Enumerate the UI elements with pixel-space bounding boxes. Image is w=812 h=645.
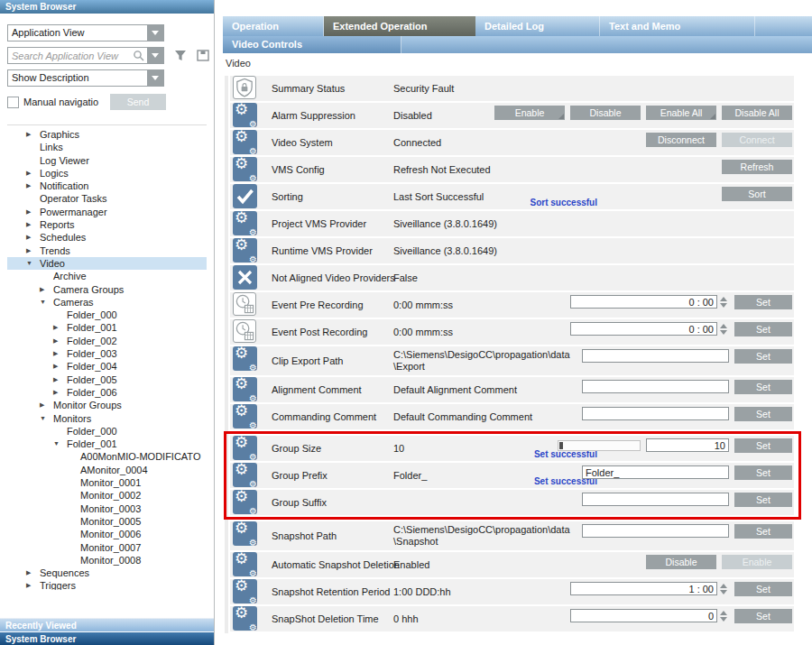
- group-suffix-input[interactable]: [582, 493, 729, 506]
- tree-item-folder-000[interactable]: Folder_000: [7, 309, 207, 321]
- event-post-recording-input[interactable]: [570, 322, 717, 336]
- tree-item-folder-004[interactable]: ▶Folder_004: [7, 360, 207, 373]
- gears-icon[interactable]: ⚙⚙: [233, 130, 257, 154]
- event-pre-recording-input[interactable]: [570, 295, 717, 309]
- slider-handle[interactable]: [559, 442, 563, 449]
- tree-item-notification[interactable]: ▶Notification: [7, 180, 207, 192]
- gears-icon[interactable]: ⚙⚙: [233, 521, 257, 546]
- tab-detailed-log[interactable]: Detailed Log: [475, 16, 600, 36]
- tree-item-a00monmio-modificato[interactable]: A00MonMIO-MODIFICATO: [7, 450, 207, 463]
- gears-icon[interactable]: ⚙⚙: [233, 490, 257, 514]
- tree-item-folder-003[interactable]: ▶Folder_003: [7, 347, 207, 360]
- expand-arrow-icon[interactable]: ▶: [26, 167, 40, 180]
- snapshot-retention-period-input[interactable]: [570, 582, 717, 595]
- tree-item-monitors[interactable]: ▼Monitors: [7, 412, 207, 425]
- tree-item-folder-000[interactable]: Folder_000: [7, 425, 207, 438]
- gears-icon[interactable]: ⚙⚙: [233, 377, 257, 401]
- expand-arrow-icon[interactable]: ▶: [26, 244, 40, 257]
- tree-item-monitor-0003[interactable]: Monitor_0003: [7, 502, 207, 515]
- disable-button[interactable]: Disable: [570, 106, 641, 120]
- expand-arrow-icon[interactable]: ▶: [53, 335, 67, 347]
- gears-icon[interactable]: ⚙⚙: [233, 579, 257, 604]
- tree-item-operator-tasks[interactable]: Operator Tasks: [7, 192, 207, 205]
- tree-item-monitor-0006[interactable]: Monitor_0006: [7, 528, 207, 540]
- gears-icon[interactable]: ⚙⚙: [233, 211, 257, 235]
- disconnect-button[interactable]: Disconnect: [646, 133, 716, 147]
- tree-item-triggers[interactable]: ▶Triggers: [7, 579, 207, 590]
- checkmark-icon[interactable]: [233, 184, 257, 208]
- tree-item-powermanager[interactable]: ▶Powermanager: [7, 206, 207, 218]
- tree-item-log-viewer[interactable]: Log Viewer: [7, 154, 207, 167]
- tree-item-folder-002[interactable]: ▶Folder_002: [7, 335, 207, 347]
- gears-icon[interactable]: ⚙⚙: [233, 103, 257, 127]
- gears-icon[interactable]: ⚙⚙: [233, 552, 257, 576]
- set-button[interactable]: Set: [734, 407, 792, 421]
- snapshot-path-input[interactable]: [582, 524, 729, 538]
- gears-icon[interactable]: ⚙⚙: [233, 463, 257, 487]
- set-button[interactable]: Set: [734, 465, 792, 480]
- expand-arrow-icon[interactable]: ▶: [40, 283, 53, 296]
- expand-arrow-icon[interactable]: ▶: [26, 218, 40, 231]
- group-size-input[interactable]: [646, 438, 729, 452]
- tab-operation[interactable]: Operation: [223, 16, 324, 36]
- set-button[interactable]: Set: [734, 322, 792, 336]
- snapshot-deletion-time-input[interactable]: [570, 609, 717, 622]
- alignment-comment-input[interactable]: [582, 380, 729, 393]
- cross-icon[interactable]: [233, 265, 257, 290]
- tree-item-sequences[interactable]: ▶Sequences: [7, 567, 207, 579]
- expand-arrow-icon[interactable]: ▶: [53, 386, 67, 399]
- chevron-down-icon[interactable]: [147, 70, 163, 86]
- tree-item-folder-005[interactable]: ▶Folder_005: [7, 373, 207, 386]
- system-browser-bar[interactable]: System Browser: [0, 631, 214, 645]
- collapse-arrow-icon[interactable]: ▼: [40, 412, 53, 425]
- clip-export-path-input[interactable]: [582, 349, 729, 363]
- tree-item-schedules[interactable]: ▶Schedules: [7, 231, 207, 244]
- tree-item-monitor-0008[interactable]: Monitor_0008: [7, 554, 207, 567]
- set-button[interactable]: Set: [734, 582, 792, 596]
- spinner-up-icon[interactable]: [720, 324, 727, 328]
- spinner-up-icon[interactable]: [720, 584, 727, 588]
- tree-item-folder-001[interactable]: ▼Folder_001: [7, 438, 207, 450]
- tree-item-trends[interactable]: ▶Trends: [7, 244, 207, 257]
- expand-arrow-icon[interactable]: ▶: [26, 180, 40, 192]
- tree-item-graphics[interactable]: ▶Graphics: [7, 128, 207, 141]
- expand-arrow-icon[interactable]: ▶: [26, 206, 40, 218]
- spinner-down-icon[interactable]: [720, 330, 727, 335]
- gears-icon[interactable]: ⚙⚙: [233, 404, 257, 428]
- disable-all-button[interactable]: Disable All: [722, 106, 792, 120]
- spinner-stepper[interactable]: [720, 609, 729, 622]
- filter-icon[interactable]: [174, 50, 187, 61]
- expand-arrow-icon[interactable]: ▶: [26, 128, 40, 141]
- tree-item-logics[interactable]: ▶Logics: [7, 167, 207, 180]
- set-button[interactable]: Set: [734, 609, 792, 623]
- chevron-down-icon[interactable]: [147, 25, 163, 41]
- enable-button[interactable]: Enable: [722, 555, 792, 569]
- tab-extended-operation[interactable]: Extended Operation: [324, 16, 475, 36]
- spinner-down-icon[interactable]: [720, 590, 727, 594]
- tree-item-amonitor-0004[interactable]: AMonitor_0004: [7, 464, 207, 476]
- group-prefix-input[interactable]: [582, 465, 729, 479]
- tree-item-monitor-0005[interactable]: Monitor_0005: [7, 515, 207, 528]
- set-button[interactable]: Set: [734, 438, 792, 453]
- expand-arrow-icon[interactable]: ▶: [53, 373, 67, 386]
- search-input[interactable]: [8, 48, 133, 63]
- enable-button[interactable]: Enable: [494, 106, 565, 120]
- enable-all-button[interactable]: Enable All: [646, 106, 716, 120]
- disable-button[interactable]: Disable: [646, 555, 716, 569]
- gears-icon[interactable]: ⚙⚙: [233, 157, 257, 181]
- send-button[interactable]: Send: [110, 94, 166, 110]
- spinner-stepper[interactable]: [720, 295, 729, 309]
- tree-item-folder-006[interactable]: ▶Folder_006: [7, 386, 207, 399]
- search-chevron-down-icon[interactable]: [147, 48, 163, 63]
- expand-arrow-icon[interactable]: ▶: [26, 567, 40, 579]
- expand-arrow-icon[interactable]: ▶: [53, 321, 67, 334]
- expand-arrow-icon[interactable]: ▶: [26, 579, 40, 590]
- display-mode-select[interactable]: Show Description: [7, 69, 164, 87]
- collapse-arrow-icon[interactable]: ▼: [26, 257, 40, 270]
- set-button[interactable]: Set: [734, 380, 792, 394]
- tree-item-monitor-groups[interactable]: ▶Monitor Groups: [7, 399, 207, 411]
- spinner-stepper[interactable]: [720, 322, 729, 336]
- tree-item-cameras[interactable]: ▼Cameras: [7, 296, 207, 309]
- refresh-button[interactable]: Refresh: [722, 160, 792, 174]
- save-icon[interactable]: [197, 50, 209, 61]
